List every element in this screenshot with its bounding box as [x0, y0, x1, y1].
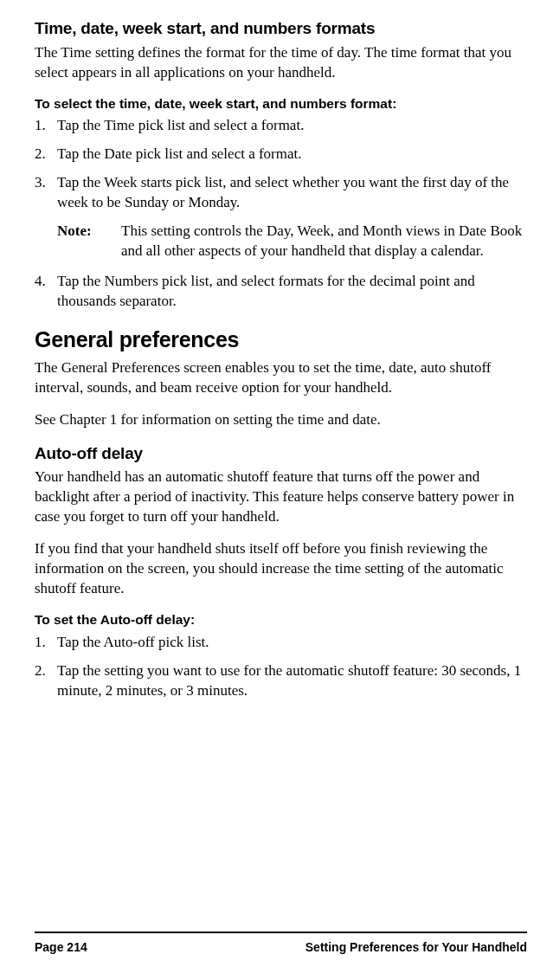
step-text: Tap the Week starts pick list, and selec… — [57, 173, 527, 213]
step-number: 2. — [35, 145, 57, 164]
heading-general-preferences: General preferences — [35, 326, 527, 355]
step-text: Tap the Numbers pick list, and select fo… — [57, 272, 527, 312]
page-number: Page 214 — [35, 940, 87, 954]
step-number: 1. — [35, 633, 57, 653]
procedure-heading-2: To set the Auto-off delay: — [35, 611, 527, 629]
step-text: Tap the setting you want to use for the … — [57, 661, 527, 701]
step-list-1-continued: 4. Tap the Numbers pick list, and select… — [35, 272, 527, 312]
procedure-heading-1: To select the time, date, week start, an… — [35, 95, 527, 113]
step-number: 3. — [35, 173, 57, 213]
step-list-1: 1. Tap the Time pick list and select a f… — [35, 116, 527, 213]
step-text: Tap the Date pick list and select a form… — [57, 145, 527, 164]
note-text: This setting controls the Day, Week, and… — [121, 222, 527, 261]
paragraph-intro-1: The Time setting defines the format for … — [35, 43, 527, 83]
step-number: 1. — [35, 116, 57, 136]
step-item: 2. Tap the setting you want to use for t… — [35, 661, 527, 701]
step-item: 1. Tap the Time pick list and select a f… — [35, 116, 527, 136]
paragraph-general-intro: The General Preferences screen enables y… — [35, 358, 527, 398]
step-text: Tap the Auto-off pick list. — [57, 633, 527, 653]
heading-time-date-formats: Time, date, week start, and numbers form… — [35, 17, 527, 40]
step-item: 1. Tap the Auto-off pick list. — [35, 633, 527, 653]
document-content: Time, date, week start, and numbers form… — [35, 17, 527, 701]
paragraph-auto-off-2: If you find that your handheld shuts its… — [35, 539, 527, 599]
step-text: Tap the Time pick list and select a form… — [57, 116, 527, 136]
note-block: Note: This setting controls the Day, Wee… — [57, 222, 527, 261]
step-item: 2. Tap the Date pick list and select a f… — [35, 145, 527, 164]
step-item: 3. Tap the Week starts pick list, and se… — [35, 173, 527, 213]
step-item: 4. Tap the Numbers pick list, and select… — [35, 272, 527, 312]
chapter-title: Setting Preferences for Your Handheld — [305, 940, 527, 954]
paragraph-see-reference: See Chapter 1 for information on setting… — [35, 410, 527, 430]
note-label: Note: — [57, 222, 121, 261]
step-number: 2. — [35, 661, 57, 701]
heading-auto-off-delay: Auto-off delay — [35, 442, 527, 465]
step-number: 4. — [35, 272, 57, 312]
step-list-2: 1. Tap the Auto-off pick list. 2. Tap th… — [35, 633, 527, 701]
page-footer: Page 214 Setting Preferences for Your Ha… — [35, 932, 527, 954]
paragraph-auto-off-1: Your handheld has an automatic shutoff f… — [35, 467, 527, 527]
